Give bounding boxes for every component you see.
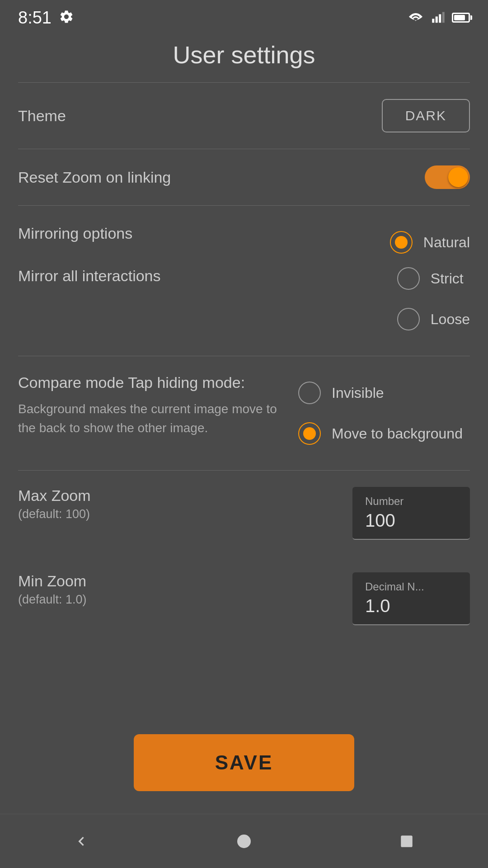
min-zoom-label-group: Min Zoom (default: 1.0) xyxy=(18,572,87,607)
toggle-track xyxy=(425,165,470,189)
radio-strict[interactable]: Strict xyxy=(397,258,464,299)
svg-rect-5 xyxy=(401,835,413,847)
status-left: 8:51 xyxy=(18,8,74,28)
radio-strict-circle xyxy=(397,267,420,290)
min-zoom-input[interactable]: Decimal N... 1.0 xyxy=(352,572,470,625)
radio-invisible-label: Invisible xyxy=(332,385,384,401)
compare-section: Compare mode Tap hiding mode: Background… xyxy=(18,356,470,470)
compare-left: Compare mode Tap hiding mode: Background… xyxy=(18,373,298,438)
home-button[interactable] xyxy=(230,828,258,855)
radio-loose[interactable]: Loose xyxy=(397,299,470,340)
radio-natural-label: Natural xyxy=(423,234,470,251)
radio-move-bg-label: Move to background xyxy=(332,425,463,442)
radio-natural-inner xyxy=(395,236,408,249)
compare-desc: Background makes the current image move … xyxy=(18,400,285,438)
nav-bar xyxy=(0,814,488,868)
mirroring-label: Mirroring options xyxy=(18,222,132,242)
mirror-strict-loose-row: Mirror all interactions Strict Loose xyxy=(18,258,470,340)
max-zoom-input-label: Number xyxy=(365,495,457,508)
radio-natural[interactable]: Natural xyxy=(390,222,470,263)
min-zoom-sublabel: (default: 1.0) xyxy=(18,593,87,607)
compare-right: Invisible Move to background xyxy=(298,373,470,454)
battery-icon xyxy=(452,13,470,23)
settings-icon xyxy=(59,9,74,26)
svg-rect-3 xyxy=(442,12,445,23)
reset-zoom-row: Reset Zoom on linking xyxy=(18,149,470,205)
mirroring-strict-loose-group: Strict Loose xyxy=(397,258,470,340)
toggle-thumb xyxy=(448,167,468,187)
svg-rect-2 xyxy=(439,14,441,23)
radio-move-bg-circle xyxy=(298,422,321,445)
min-zoom-input-value: 1.0 xyxy=(365,596,457,616)
page-title: User settings xyxy=(0,32,488,82)
status-time: 8:51 xyxy=(18,8,52,28)
max-zoom-label-group: Max Zoom (default: 100) xyxy=(18,487,91,521)
recents-button[interactable] xyxy=(393,828,420,855)
min-zoom-section: Min Zoom (default: 1.0) Decimal N... 1.0 xyxy=(18,556,470,642)
compare-top: Compare mode Tap hiding mode: Background… xyxy=(18,373,470,454)
radio-loose-circle xyxy=(397,308,420,330)
theme-label: Theme xyxy=(18,107,66,125)
reset-zoom-label: Reset Zoom on linking xyxy=(18,169,171,186)
compare-title: Compare mode Tap hiding mode: xyxy=(18,373,285,392)
status-bar: 8:51 xyxy=(0,0,488,32)
radio-move-bg[interactable]: Move to background xyxy=(298,413,470,454)
min-zoom-row: Min Zoom (default: 1.0) Decimal N... 1.0 xyxy=(18,572,470,625)
save-section: SAVE xyxy=(0,716,488,814)
svg-point-4 xyxy=(237,835,251,848)
back-button[interactable] xyxy=(68,828,95,855)
max-zoom-row: Max Zoom (default: 100) Number 100 xyxy=(18,487,470,540)
wifi-icon xyxy=(407,11,425,24)
save-button[interactable]: SAVE xyxy=(134,734,355,791)
radio-move-bg-inner xyxy=(303,427,316,440)
radio-invisible[interactable]: Invisible xyxy=(298,373,470,413)
status-right xyxy=(407,11,470,24)
min-zoom-input-label: Decimal N... xyxy=(365,580,457,593)
radio-loose-label: Loose xyxy=(431,311,470,328)
radio-strict-label: Strict xyxy=(431,270,464,287)
max-zoom-section: Max Zoom (default: 100) Number 100 xyxy=(18,471,470,556)
theme-button[interactable]: DARK xyxy=(382,99,470,132)
mirroring-section: Mirroring options Natural Mirror all int… xyxy=(18,206,470,356)
max-zoom-input[interactable]: Number 100 xyxy=(352,487,470,540)
reset-zoom-toggle[interactable] xyxy=(425,165,470,189)
signal-icon xyxy=(431,11,446,24)
settings-content: Theme DARK Reset Zoom on linking Mirrori… xyxy=(0,82,488,716)
theme-row: Theme DARK xyxy=(18,83,470,149)
max-zoom-label: Max Zoom xyxy=(18,487,91,505)
svg-rect-1 xyxy=(436,17,438,23)
radio-invisible-circle xyxy=(298,382,321,404)
max-zoom-sublabel: (default: 100) xyxy=(18,507,91,521)
svg-rect-0 xyxy=(432,19,434,23)
mirroring-top: Mirroring options Natural xyxy=(18,222,470,263)
mirror-all-label: Mirror all interactions xyxy=(18,258,161,285)
mirroring-radio-group: Natural xyxy=(390,222,470,263)
max-zoom-input-value: 100 xyxy=(365,510,457,531)
min-zoom-label: Min Zoom xyxy=(18,572,87,590)
radio-natural-circle xyxy=(390,231,413,254)
